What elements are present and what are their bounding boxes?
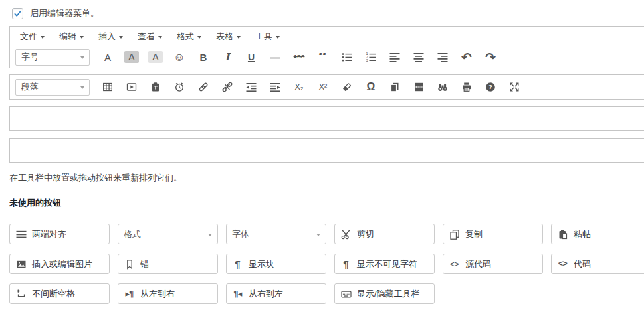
underline-button[interactable]: U bbox=[241, 48, 261, 66]
unused-image-button[interactable]: 插入或编辑图片 bbox=[9, 254, 110, 274]
help-icon: ? bbox=[485, 82, 496, 92]
toolbar-row-1: 字号AAA☺BIU—ABC“123↶↷ bbox=[9, 46, 644, 68]
menu-item-format[interactable]: 格式 bbox=[169, 27, 209, 46]
numlist-icon: 123 bbox=[366, 52, 376, 62]
undo-button[interactable]: ↶ bbox=[457, 48, 477, 66]
alignright-button[interactable] bbox=[433, 48, 453, 66]
menu-item-table[interactable]: 表格 bbox=[209, 27, 248, 46]
indent-button[interactable] bbox=[265, 78, 285, 96]
numlist-button[interactable]: 123 bbox=[361, 48, 381, 66]
template-icon bbox=[389, 82, 400, 92]
menu-item-insert[interactable]: 插入 bbox=[91, 27, 130, 46]
backcolor-light-button[interactable]: A bbox=[146, 48, 165, 66]
code-icon: <> bbox=[557, 260, 568, 268]
print-button[interactable] bbox=[457, 78, 477, 96]
menu-item-label: 工具 bbox=[255, 31, 272, 42]
insert-datetime-button[interactable] bbox=[169, 78, 189, 96]
enable-menubar-option[interactable]: 启用编辑器菜单。 bbox=[12, 7, 644, 20]
selected-value: 格式 bbox=[124, 228, 141, 240]
unused-button-label: 从左到右 bbox=[140, 288, 175, 300]
empty-toolbar-row-3[interactable] bbox=[9, 106, 644, 131]
menu-item-file[interactable]: 文件 bbox=[13, 27, 52, 46]
outdent-icon bbox=[246, 82, 257, 92]
media-button[interactable] bbox=[122, 78, 142, 96]
outdent-button[interactable] bbox=[241, 78, 261, 96]
justify-icon bbox=[15, 229, 27, 240]
unused-visual-blocks-button[interactable]: ¶显示块 bbox=[226, 254, 326, 274]
page-break-button[interactable] bbox=[409, 78, 429, 96]
emoticons-icon: ☺ bbox=[173, 52, 185, 63]
unlink-button[interactable] bbox=[217, 78, 237, 96]
menu-item-edit[interactable]: 编辑 bbox=[52, 27, 91, 46]
insert-template-button[interactable] bbox=[385, 78, 405, 96]
fontsize-select[interactable]: 字号 bbox=[15, 49, 90, 66]
nbsp-icon bbox=[15, 289, 27, 299]
superscript-button[interactable]: X² bbox=[313, 78, 333, 96]
menu-item-label: 格式 bbox=[177, 31, 194, 42]
unused-code-button[interactable]: <>代码 bbox=[551, 254, 644, 274]
superscript-icon: X² bbox=[319, 83, 328, 92]
binoculars-icon bbox=[437, 82, 448, 92]
unused-toolbar-toggle-button[interactable]: 显示/隐藏工具栏 bbox=[334, 283, 435, 304]
fullscreen-button[interactable] bbox=[504, 78, 524, 96]
unused-button-label: 源代码 bbox=[465, 258, 491, 270]
pagebreak-icon bbox=[413, 82, 424, 92]
aligncenter-button[interactable] bbox=[409, 48, 429, 66]
unused-cut-button[interactable]: 剪切 bbox=[334, 224, 435, 244]
media-icon bbox=[126, 82, 137, 92]
unused-rtl-button[interactable]: ¶◂从右到左 bbox=[226, 283, 326, 304]
chevron-down-icon bbox=[80, 36, 84, 39]
unused-fontselect-select[interactable]: 字体 bbox=[226, 224, 326, 244]
unused-source-code-button[interactable]: <>源代码 bbox=[443, 254, 543, 274]
link-button[interactable] bbox=[193, 78, 213, 96]
strikethrough-button[interactable]: ABC bbox=[289, 48, 309, 66]
unused-paste-button[interactable]: 粘帖 bbox=[551, 224, 644, 244]
emoticons-button[interactable]: ☺ bbox=[169, 48, 189, 66]
unused-nbsp-button[interactable]: 不间断空格 bbox=[9, 283, 110, 304]
editor-menubar: 文件编辑插入查看格式表格工具 bbox=[9, 26, 644, 46]
chevron-down-icon bbox=[41, 36, 45, 39]
paste-as-text-button[interactable] bbox=[146, 78, 165, 96]
subscript-button[interactable]: X₂ bbox=[289, 78, 309, 96]
enable-menubar-checkbox[interactable] bbox=[12, 8, 23, 19]
blockquote-button[interactable]: “ bbox=[313, 48, 333, 66]
italic-button[interactable]: I bbox=[217, 48, 237, 66]
selected-value: 字号 bbox=[21, 51, 39, 63]
selected-value: 段落 bbox=[21, 81, 39, 93]
menu-item-view[interactable]: 查看 bbox=[130, 27, 169, 46]
alignleft-button[interactable] bbox=[385, 48, 405, 66]
remove-format-button[interactable] bbox=[337, 78, 357, 96]
unused-visual-chars-button[interactable]: ¶显示不可见字符 bbox=[334, 254, 435, 274]
special-character-button[interactable]: Ω bbox=[361, 78, 381, 96]
menu-item-label: 查看 bbox=[138, 31, 155, 42]
chevron-down-icon bbox=[80, 86, 84, 89]
blocks-select[interactable]: 段落 bbox=[15, 79, 90, 96]
redo-button[interactable]: ↷ bbox=[481, 48, 500, 66]
selected-value: 字体 bbox=[232, 228, 249, 240]
table-button[interactable] bbox=[98, 78, 118, 96]
image-icon bbox=[15, 259, 27, 270]
empty-toolbar-row-4[interactable] bbox=[9, 138, 644, 163]
paste-icon bbox=[557, 229, 568, 240]
visual-chars-icon: ¶ bbox=[340, 259, 352, 269]
chevron-down-icon bbox=[119, 36, 123, 39]
alignright-icon bbox=[437, 52, 448, 62]
forecolor-button[interactable]: A bbox=[98, 48, 118, 66]
unused-anchor-button[interactable]: 锚 bbox=[118, 254, 218, 274]
menu-item-tools[interactable]: 工具 bbox=[248, 27, 287, 46]
unused-formatselect-select[interactable]: 格式 bbox=[118, 224, 218, 244]
menu-item-label: 编辑 bbox=[59, 31, 76, 42]
chevron-down-icon bbox=[316, 234, 320, 236]
table-icon bbox=[102, 82, 113, 92]
unused-justify-button[interactable]: 两端对齐 bbox=[9, 224, 110, 244]
unused-button-label: 代码 bbox=[574, 258, 591, 270]
unused-ltr-button[interactable]: ▸¶从左到右 bbox=[118, 283, 218, 304]
find-replace-button[interactable] bbox=[433, 78, 453, 96]
toolbar-row-2: 段落X₂X²Ω? bbox=[9, 74, 644, 100]
bold-button[interactable]: B bbox=[193, 48, 213, 66]
unused-copy-button[interactable]: 复制 bbox=[443, 224, 543, 244]
horizontal-rule-button[interactable]: — bbox=[265, 48, 285, 66]
bullist-button[interactable] bbox=[337, 48, 357, 66]
help-button[interactable]: ? bbox=[481, 78, 500, 96]
backcolor-dark-button[interactable]: A bbox=[122, 48, 142, 66]
